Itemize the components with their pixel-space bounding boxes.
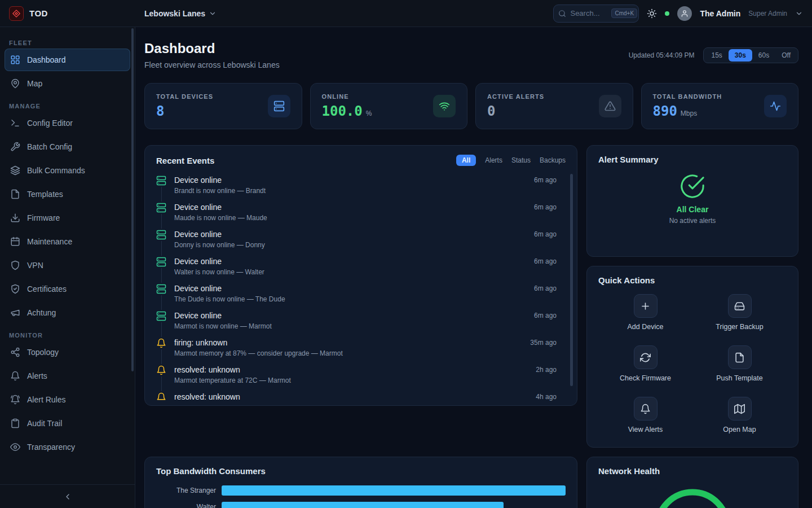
quick-action-label: Open Map [723, 426, 756, 433]
refresh-option-30s[interactable]: 30s [729, 49, 752, 62]
stat-label: TOTAL BANDWIDTH [653, 93, 722, 100]
avatar[interactable] [677, 6, 692, 21]
sidebar-item-transparency[interactable]: Transparency [5, 436, 130, 458]
server-icon [273, 100, 285, 112]
event-row[interactable]: Device online The Dude is now online — T… [145, 280, 577, 307]
dashboard-grid-icon [10, 55, 20, 65]
activity-icon [770, 100, 781, 112]
events-tab-alerts[interactable]: Alerts [485, 156, 502, 164]
sidebar-item-bulk-commands[interactable]: Bulk Commands [5, 159, 130, 182]
theme-toggle-sun-icon[interactable] [647, 8, 657, 19]
server-icon [156, 311, 166, 321]
sidebar-item-label: Topology [27, 348, 59, 357]
user-menu-chevron-down-icon[interactable] [795, 10, 803, 17]
stat-suffix: Mbps [681, 110, 697, 117]
network-health-ring [650, 485, 735, 508]
sidebar-item-achtung[interactable]: Achtung [5, 301, 130, 324]
quick-action-push-template[interactable]: Push Template [692, 345, 787, 382]
quick-action-label: Trigger Backup [716, 323, 763, 331]
event-title: Device online [174, 229, 526, 240]
event-detail: Marmot memory at 87% — consider upgrade … [174, 348, 522, 358]
event-time: 35m ago [530, 337, 557, 358]
event-row[interactable]: Device online Marmot is now online — Mar… [145, 307, 577, 334]
refresh-option-off[interactable]: Off [775, 49, 797, 62]
sidebar-scrollbar[interactable] [131, 28, 134, 371]
quick-action-check-firmware[interactable]: Check Firmware [598, 345, 692, 382]
search-box[interactable]: Cmd+K [553, 5, 639, 23]
sidebar-item-audit-trail[interactable]: Audit Trail [5, 412, 130, 435]
quick-action-trigger-backup[interactable]: Trigger Backup [692, 294, 787, 331]
app-title: TOD [29, 8, 48, 18]
event-row[interactable]: Device online Donny is now online — Donn… [145, 226, 577, 253]
topbar-right: Cmd+K The Admin Super Admin [553, 5, 812, 23]
refresh-option-15s[interactable]: 15s [705, 49, 728, 62]
sidebar-collapse-button[interactable] [0, 484, 135, 508]
sidebar-item-batch-config[interactable]: Batch Config [5, 135, 130, 158]
sidebar-item-maintenance[interactable]: Maintenance [5, 230, 130, 253]
sidebar-item-map[interactable]: Map [5, 72, 130, 95]
event-time: 6m ago [534, 229, 557, 250]
event-row[interactable]: firing: unknown Marmot memory at 87% — c… [145, 334, 577, 361]
quick-action-open-map[interactable]: Open Map [692, 397, 787, 433]
wifi-icon [439, 100, 450, 112]
event-title: Device online [174, 174, 526, 186]
sidebar-item-dashboard[interactable]: Dashboard [5, 49, 130, 71]
network-health-card: Network Health [586, 457, 798, 508]
alert-status-text: All Clear [677, 205, 709, 214]
bell-icon [156, 392, 166, 401]
stat-suffix: % [366, 110, 372, 117]
org-selector-label: Lebowski Lanes [144, 9, 205, 18]
quick-action-view-alerts[interactable]: View Alerts [598, 397, 692, 433]
refresh-option-60s[interactable]: 60s [752, 49, 775, 62]
event-title: firing: unknown [174, 337, 522, 348]
event-time: 4h ago [536, 391, 557, 401]
events-tab-status[interactable]: Status [511, 156, 531, 164]
sidebar-nav: FLEET Dashboard Map MANAGE Config Editor… [0, 27, 135, 484]
sidebar-item-label: Bulk Commands [27, 166, 85, 175]
stat-card-active-alerts: ACTIVE ALERTS 0 [475, 83, 633, 129]
sidebar-item-label: Templates [27, 190, 63, 199]
recent-events-card: Recent Events All Alerts Status Backups … [144, 145, 577, 406]
sidebar-item-templates[interactable]: Templates [5, 183, 130, 205]
quick-action-add-device[interactable]: Add Device [598, 294, 692, 331]
file-icon [734, 352, 745, 363]
sidebar-item-firmware[interactable]: Firmware [5, 207, 130, 229]
user-icon [681, 10, 689, 17]
quick-actions-title: Quick Actions [598, 275, 655, 285]
event-row[interactable]: resolved: unknown 4h ago [145, 388, 577, 401]
sidebar-item-label: Dashboard [27, 55, 66, 64]
event-row[interactable]: resolved: unknown Marmot temperature at … [145, 361, 577, 388]
sidebar-item-alert-rules[interactable]: Alert Rules [5, 388, 130, 411]
event-title: Device online [174, 256, 526, 267]
brand: TOD [0, 6, 135, 21]
server-icon [156, 284, 166, 294]
search-shortcut-badge: Cmd+K [611, 8, 637, 18]
stat-value: 0 [487, 103, 495, 119]
eye-icon [10, 442, 20, 452]
events-tab-all[interactable]: All [456, 155, 476, 166]
event-detail: Walter is now online — Walter [174, 267, 526, 277]
stat-label: ACTIVE ALERTS [487, 93, 544, 100]
sidebar-item-certificates[interactable]: Certificates [5, 278, 130, 300]
bandwidth-row: The Stranger [156, 485, 566, 496]
sidebar-item-topology[interactable]: Topology [5, 341, 130, 364]
event-time: 6m ago [534, 283, 557, 304]
bandwidth-row: Walter [156, 502, 566, 508]
connection-status-dot [665, 11, 669, 16]
search-input[interactable] [570, 9, 607, 17]
topbar: TOD Lebowski Lanes Cmd+K The Admin Super… [0, 0, 812, 27]
bell-ring-icon [10, 395, 20, 405]
sidebar-item-alerts[interactable]: Alerts [5, 365, 130, 387]
event-row[interactable]: Device online Walter is now online — Wal… [145, 253, 577, 280]
events-tab-backups[interactable]: Backups [540, 156, 566, 164]
sidebar-item-vpn[interactable]: VPN [5, 254, 130, 277]
map-icon [734, 404, 745, 414]
events-scrollbar[interactable] [570, 174, 573, 386]
event-detail: Marmot is now online — Marmot [174, 321, 526, 331]
megaphone-icon [10, 308, 20, 318]
org-selector[interactable]: Lebowski Lanes [135, 9, 217, 18]
event-row[interactable]: Device online Brandt is now online — Bra… [145, 172, 577, 199]
sidebar-item-config-editor[interactable]: Config Editor [5, 112, 130, 134]
bell-icon [156, 338, 166, 348]
event-row[interactable]: Device online Maude is now online — Maud… [145, 199, 577, 226]
